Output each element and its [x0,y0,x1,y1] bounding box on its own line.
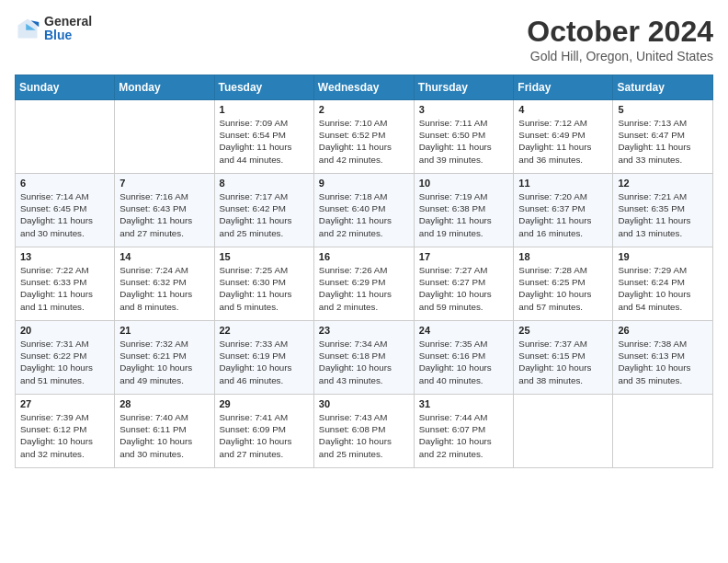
cell-day-number: 30 [319,398,409,409]
calendar-cell: 21Sunrise: 7:32 AMSunset: 6:21 PMDayligh… [115,321,214,395]
calendar-cell: 28Sunrise: 7:40 AMSunset: 6:11 PMDayligh… [115,395,214,468]
calendar-cell: 3Sunrise: 7:11 AMSunset: 6:50 PMDaylight… [414,100,514,174]
cell-day-number: 17 [419,251,509,262]
calendar-cell [514,395,613,468]
calendar-cell [613,395,713,468]
cell-info-text: Sunrise: 7:19 AMSunset: 6:38 PMDaylight:… [419,190,509,239]
page-header: General Blue October 2024 Gold Hill, Ore… [15,15,713,63]
cell-day-number: 6 [20,178,109,189]
calendar-cell: 22Sunrise: 7:33 AMSunset: 6:19 PMDayligh… [214,321,313,395]
calendar-cell: 25Sunrise: 7:37 AMSunset: 6:15 PMDayligh… [514,321,613,395]
cell-day-number: 25 [518,325,608,336]
calendar-cell: 6Sunrise: 7:14 AMSunset: 6:45 PMDaylight… [16,174,115,247]
calendar-week-2: 13Sunrise: 7:22 AMSunset: 6:33 PMDayligh… [16,247,713,321]
calendar-body: 1Sunrise: 7:09 AMSunset: 6:54 PMDaylight… [16,100,713,468]
cell-day-number: 15 [220,251,309,262]
cell-day-number: 11 [518,178,608,189]
col-friday: Friday [514,75,613,100]
cell-info-text: Sunrise: 7:14 AMSunset: 6:45 PMDaylight:… [20,190,109,239]
calendar-week-0: 1Sunrise: 7:09 AMSunset: 6:54 PMDaylight… [16,100,713,174]
cell-info-text: Sunrise: 7:29 AMSunset: 6:24 PMDaylight:… [618,264,708,313]
calendar-cell: 18Sunrise: 7:28 AMSunset: 6:25 PMDayligh… [514,247,613,321]
calendar-week-4: 27Sunrise: 7:39 AMSunset: 6:12 PMDayligh… [16,395,713,468]
cell-day-number: 4 [518,104,608,115]
logo-text: General Blue [44,15,92,43]
cell-day-number: 28 [119,398,209,409]
cell-info-text: Sunrise: 7:22 AMSunset: 6:33 PMDaylight:… [20,264,109,313]
cell-day-number: 12 [618,178,708,189]
calendar-week-3: 20Sunrise: 7:31 AMSunset: 6:22 PMDayligh… [16,321,713,395]
cell-day-number: 20 [20,325,109,336]
calendar-cell: 31Sunrise: 7:44 AMSunset: 6:07 PMDayligh… [414,395,514,468]
cell-info-text: Sunrise: 7:31 AMSunset: 6:22 PMDaylight:… [20,338,109,386]
col-wednesday: Wednesday [313,75,414,100]
cell-info-text: Sunrise: 7:12 AMSunset: 6:49 PMDaylight:… [518,117,608,166]
logo: General Blue [15,15,92,43]
calendar-table: Sunday Monday Tuesday Wednesday Thursday… [15,75,713,468]
calendar-cell: 17Sunrise: 7:27 AMSunset: 6:27 PMDayligh… [414,247,514,321]
calendar-cell: 10Sunrise: 7:19 AMSunset: 6:38 PMDayligh… [414,174,514,247]
cell-info-text: Sunrise: 7:27 AMSunset: 6:27 PMDaylight:… [419,264,509,313]
cell-info-text: Sunrise: 7:33 AMSunset: 6:19 PMDaylight:… [220,338,309,386]
calendar-subtitle: Gold Hill, Oregon, United States [527,49,713,63]
cell-day-number: 19 [618,251,708,262]
calendar-week-1: 6Sunrise: 7:14 AMSunset: 6:45 PMDaylight… [16,174,713,247]
calendar-header: Sunday Monday Tuesday Wednesday Thursday… [16,75,713,100]
calendar-cell: 14Sunrise: 7:24 AMSunset: 6:32 PMDayligh… [115,247,214,321]
calendar-cell: 29Sunrise: 7:41 AMSunset: 6:09 PMDayligh… [214,395,313,468]
calendar-cell: 7Sunrise: 7:16 AMSunset: 6:43 PMDaylight… [115,174,214,247]
calendar-cell: 5Sunrise: 7:13 AMSunset: 6:47 PMDaylight… [613,100,713,174]
cell-info-text: Sunrise: 7:44 AMSunset: 6:07 PMDaylight:… [419,411,509,460]
cell-info-text: Sunrise: 7:16 AMSunset: 6:43 PMDaylight:… [119,190,209,239]
cell-day-number: 22 [220,325,309,336]
calendar-cell: 19Sunrise: 7:29 AMSunset: 6:24 PMDayligh… [613,247,713,321]
cell-info-text: Sunrise: 7:11 AMSunset: 6:50 PMDaylight:… [419,117,509,166]
cell-day-number: 16 [319,251,409,262]
cell-info-text: Sunrise: 7:10 AMSunset: 6:52 PMDaylight:… [319,117,409,166]
cell-info-text: Sunrise: 7:20 AMSunset: 6:37 PMDaylight:… [518,190,608,239]
calendar-cell: 8Sunrise: 7:17 AMSunset: 6:42 PMDaylight… [214,174,313,247]
calendar-cell: 1Sunrise: 7:09 AMSunset: 6:54 PMDaylight… [214,100,313,174]
cell-day-number: 31 [419,398,509,409]
cell-info-text: Sunrise: 7:40 AMSunset: 6:11 PMDaylight:… [119,411,209,460]
calendar-cell: 12Sunrise: 7:21 AMSunset: 6:35 PMDayligh… [613,174,713,247]
cell-day-number: 29 [220,398,309,409]
cell-info-text: Sunrise: 7:21 AMSunset: 6:35 PMDaylight:… [618,190,708,239]
header-row: Sunday Monday Tuesday Wednesday Thursday… [16,75,713,100]
cell-info-text: Sunrise: 7:24 AMSunset: 6:32 PMDaylight:… [119,264,209,313]
calendar-cell: 11Sunrise: 7:20 AMSunset: 6:37 PMDayligh… [514,174,613,247]
cell-day-number: 27 [20,398,109,409]
calendar-cell: 13Sunrise: 7:22 AMSunset: 6:33 PMDayligh… [16,247,115,321]
cell-info-text: Sunrise: 7:34 AMSunset: 6:18 PMDaylight:… [319,338,409,386]
col-sunday: Sunday [16,75,115,100]
cell-day-number: 5 [618,104,708,115]
cell-day-number: 23 [319,325,409,336]
cell-day-number: 18 [518,251,608,262]
cell-day-number: 2 [319,104,409,115]
calendar-cell: 4Sunrise: 7:12 AMSunset: 6:49 PMDaylight… [514,100,613,174]
cell-day-number: 9 [319,178,409,189]
cell-info-text: Sunrise: 7:38 AMSunset: 6:13 PMDaylight:… [618,338,708,386]
cell-day-number: 26 [618,325,708,336]
calendar-cell: 15Sunrise: 7:25 AMSunset: 6:30 PMDayligh… [214,247,313,321]
calendar-cell: 26Sunrise: 7:38 AMSunset: 6:13 PMDayligh… [613,321,713,395]
col-saturday: Saturday [613,75,713,100]
cell-info-text: Sunrise: 7:17 AMSunset: 6:42 PMDaylight:… [220,190,309,239]
cell-info-text: Sunrise: 7:37 AMSunset: 6:15 PMDaylight:… [518,338,608,386]
cell-info-text: Sunrise: 7:39 AMSunset: 6:12 PMDaylight:… [20,411,109,460]
col-monday: Monday [115,75,214,100]
cell-day-number: 21 [119,325,209,336]
calendar-cell: 2Sunrise: 7:10 AMSunset: 6:52 PMDaylight… [313,100,414,174]
calendar-title: October 2024 [527,15,713,49]
calendar-cell: 9Sunrise: 7:18 AMSunset: 6:40 PMDaylight… [313,174,414,247]
cell-info-text: Sunrise: 7:43 AMSunset: 6:08 PMDaylight:… [319,411,409,460]
cell-day-number: 3 [419,104,509,115]
logo-general-label: General [44,15,92,29]
cell-day-number: 24 [419,325,509,336]
calendar-cell [115,100,214,174]
cell-info-text: Sunrise: 7:28 AMSunset: 6:25 PMDaylight:… [518,264,608,313]
cell-day-number: 1 [220,104,309,115]
cell-day-number: 14 [119,251,209,262]
cell-day-number: 13 [20,251,109,262]
col-tuesday: Tuesday [214,75,313,100]
